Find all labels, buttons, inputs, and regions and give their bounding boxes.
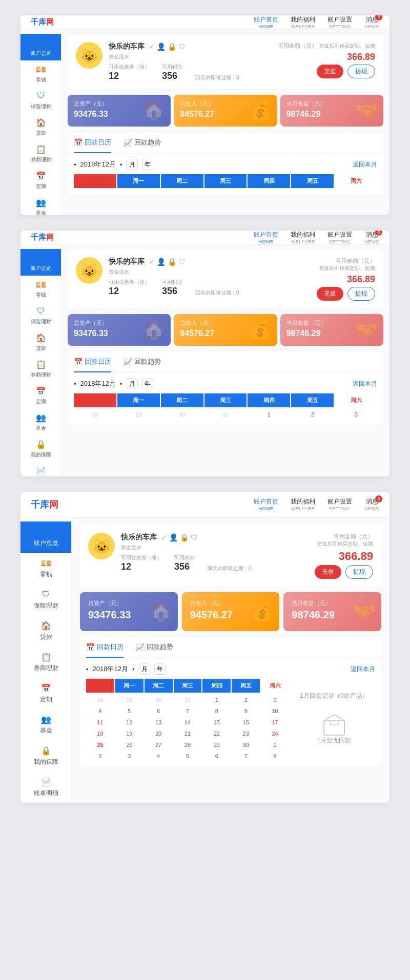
nav-welfare-2[interactable]: 我的福利 WELFARE [291,231,315,244]
sidebar-3-cash[interactable]: 💴 零钱 [20,553,71,584]
sidebar-2-insurance[interactable]: 🛡 保险理财 [20,302,61,329]
sidebar-3-fund[interactable]: 👥 基金 [20,709,71,740]
sidebar-item-loan[interactable]: 🏠 贷款 [20,114,61,140]
nav-setting-2[interactable]: 账户设置 SETTING [327,231,352,244]
cal-cell-3[interactable]: 18 [86,728,114,739]
cal-cell-3[interactable]: 24 [261,728,289,739]
sidebar-3-protection[interactable]: 🔒 我的保障 [20,740,71,772]
sidebar-item-overview[interactable]: 👤 账户总览 [20,34,61,60]
cal-cell-3[interactable]: 3 [261,695,289,705]
sidebar-item-fund[interactable]: 👥 基金 [20,194,61,215]
cal-cell-3[interactable]: 7 [174,706,202,716]
recharge-button[interactable]: 充值 [317,65,343,78]
sidebar-3-broker[interactable]: 📋 券商理财 [20,647,71,678]
cal-cell-3[interactable]: 25 [86,740,114,750]
cal-cell-3[interactable]: 29 [115,695,144,705]
cal-cell-3[interactable]: 2 [232,695,260,705]
cal-prev-year-2[interactable]: 年 [142,378,153,389]
sidebar-3-insurance[interactable]: 🛡 保险理财 [20,584,71,615]
cal-cell-3[interactable]: 31 [174,695,202,705]
nav-welfare-3[interactable]: 我的福利 WELFARE [291,497,315,511]
repay-button[interactable]: 提现 [347,65,375,78]
nav-home-2[interactable]: 账户首页 HOME [254,231,278,244]
sidebar-3-loan[interactable]: 🏠 贷款 [20,615,71,647]
cal-prev-month-2[interactable]: 月 [127,378,138,389]
nav-setting-3[interactable]: 账户设置 SETTING [327,497,352,511]
cal-cell-3[interactable]: 30 [145,695,173,705]
cal-cell-3[interactable]: 8 [261,751,289,761]
tab-trend-3[interactable]: 📈 回款趋势 [136,637,173,658]
cal-cell[interactable]: 31 [204,409,247,420]
cal-prev-month-3[interactable]: 月 [139,663,150,675]
tab-trend-2[interactable]: 📈 回款趋势 [124,352,161,372]
repay-button-2[interactable]: 提现 [347,287,375,301]
cal-cell-3[interactable]: 26 [115,740,144,750]
sidebar-2-cash[interactable]: 💴 零钱 [20,276,61,302]
cal-cell[interactable]: 3 [335,409,377,420]
cal-cell[interactable]: 29 [117,409,160,420]
cal-cell-3[interactable]: 14 [174,717,202,727]
nav-news-3[interactable]: 消息 NEWS 8 [364,497,379,511]
sidebar-3-bill[interactable]: 📄 账单明细 [20,772,71,803]
cal-cell-3[interactable]: 27 [145,740,173,750]
cal-cell-3[interactable]: 21 [174,728,202,739]
cal-cell-3[interactable]: 5 [174,751,202,761]
cal-cell-3[interactable]: 1 [202,695,231,705]
cal-cell-3[interactable]: 1 [261,740,289,750]
cal-cell-3[interactable]: 20 [145,728,173,739]
cal-prev-year[interactable]: 年 [142,159,153,170]
sidebar-2-protection[interactable]: 🔒 我的保障 [20,435,61,462]
sidebar-item-cash[interactable]: 💴 零钱 [20,60,61,87]
cal-cell-3[interactable]: 9 [232,706,260,716]
sidebar-2-fund[interactable]: 👥 基金 [20,409,61,435]
cal-cell-3[interactable]: 7 [232,751,260,761]
cal-cell[interactable]: 1 [248,409,290,420]
cal-cell-3[interactable]: 12 [115,717,144,727]
nav-welfare[interactable]: 我的福利 WELFARE [291,15,315,29]
repay-button-3[interactable]: 提现 [345,565,373,579]
cal-cell-3[interactable]: 30 [232,740,260,750]
cal-cell-3[interactable]: 5 [115,706,144,716]
cal-cell[interactable]: 2 [291,409,334,420]
sidebar-item-insurance[interactable]: 🛡 保险理财 [20,87,61,114]
return-month-btn-3[interactable]: 返回本月 [351,665,375,674]
return-month-btn-2[interactable]: 返回本月 [353,380,377,388]
cal-cell-3[interactable]: 17 [261,717,289,727]
sidebar-3-overview[interactable]: 👤 账户总览 [20,522,71,553]
sidebar-2-broker[interactable]: 📋 券商理财 [20,356,61,382]
cal-cell-3[interactable]: 10 [261,706,289,716]
cal-cell-3[interactable]: 15 [202,717,231,727]
cal-cell[interactable]: 28 [74,409,116,420]
return-month-btn[interactable]: 返回本月 [353,160,377,169]
cal-cell-3[interactable]: 19 [115,728,144,739]
recharge-button-2[interactable]: 充值 [317,287,343,301]
cal-cell-3[interactable]: 6 [145,706,173,716]
tab-calendar-3[interactable]: 📅 回款日历 [86,637,124,658]
cal-prev-month[interactable]: 月 [127,159,138,170]
tab-calendar-2[interactable]: 📅 回款日历 [74,352,111,372]
sidebar-item-fixed[interactable]: 📅 定期 [20,167,61,194]
cal-prev-year-3[interactable]: 年 [154,663,166,675]
sidebar-2-loan[interactable]: 🏠 贷款 [20,329,61,356]
cal-cell-3[interactable]: 28 [174,740,202,750]
tab-calendar[interactable]: 📅 回款日历 [74,133,111,153]
nav-home-3[interactable]: 账户首页 HOME [254,497,278,511]
cal-cell-3[interactable]: 6 [202,751,231,761]
cal-cell-3[interactable]: 8 [202,706,231,716]
sidebar-item-broker[interactable]: 📋 券商理财 [20,140,61,167]
nav-setting[interactable]: 账户设置 SETTING [327,15,352,29]
nav-news-2[interactable]: 消息 NEWS 8 [364,231,379,244]
cal-cell-3[interactable]: 28 [86,695,114,705]
cal-cell-3[interactable]: 13 [145,717,173,727]
cal-cell[interactable]: 30 [161,409,203,420]
cal-cell-3[interactable]: 23 [232,728,260,739]
sidebar-2-bill[interactable]: 📄 账单明细 [20,462,61,476]
cal-cell-3[interactable]: 2 [86,751,114,761]
cal-cell-3[interactable]: 16 [232,717,260,727]
recharge-button-3[interactable]: 充值 [315,565,341,579]
cal-cell-3[interactable]: 29 [202,740,231,750]
sidebar-2-overview[interactable]: 👤 账户总览 [20,249,61,276]
cal-cell-3[interactable]: 3 [115,751,144,761]
nav-news[interactable]: 消息 NEWS 8 [364,15,379,29]
sidebar-2-fixed[interactable]: 📅 定期 [20,382,61,409]
